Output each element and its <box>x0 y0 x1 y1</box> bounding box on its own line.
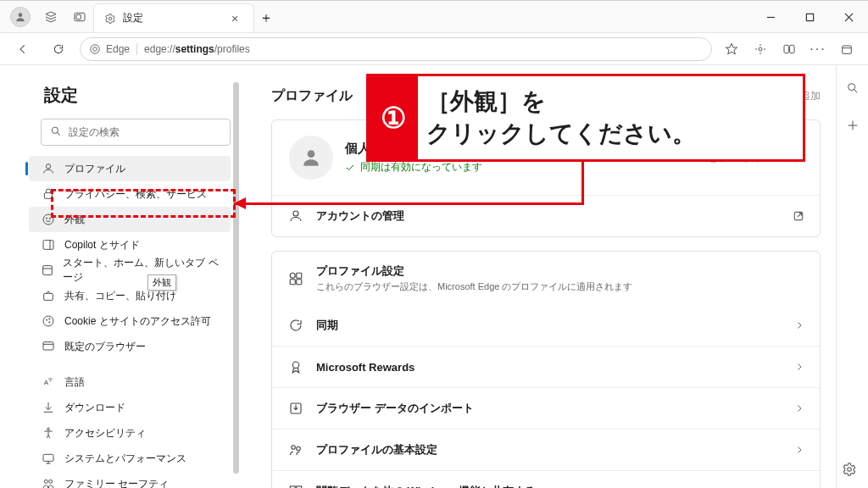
svg-rect-27 <box>44 293 53 300</box>
svg-point-9 <box>93 47 97 51</box>
search-placeholder: 設定の検索 <box>69 125 120 140</box>
svg-rect-52 <box>290 279 295 284</box>
sidebar-item-family[interactable]: ファミリー セーフティ <box>29 471 231 488</box>
svg-point-54 <box>292 362 299 369</box>
more-button[interactable]: ··· <box>805 37 831 61</box>
settings-row-windows[interactable]: 閲覧データを他の Windows 機能と共有する <box>272 470 820 488</box>
svg-rect-5 <box>806 14 813 20</box>
sidebar-item-label: システムとパフォーマンス <box>64 452 186 466</box>
search-icon <box>50 125 62 140</box>
svg-rect-23 <box>43 241 53 250</box>
side-strip <box>836 65 868 488</box>
sidebar-item-accessibility[interactable]: アクセシビリティ <box>29 420 231 446</box>
sidebar-item-appearance[interactable]: 外観 <box>29 207 231 232</box>
svg-point-57 <box>292 446 296 450</box>
annotation-connector-vertical <box>581 162 584 205</box>
svg-point-67 <box>848 468 852 472</box>
svg-point-48 <box>293 211 298 216</box>
svg-rect-53 <box>297 279 302 284</box>
svg-point-30 <box>49 322 50 323</box>
maximize-button[interactable] <box>790 1 829 33</box>
sidebar-item-label: 言語 <box>64 375 85 390</box>
svg-point-28 <box>43 316 53 326</box>
minimize-button[interactable] <box>751 1 790 33</box>
browser-tab-settings[interactable]: 設定 × <box>93 3 254 32</box>
url-field[interactable]: Edge edge://settings/profiles <box>80 37 712 61</box>
settings-row-sync[interactable]: 同期 <box>272 305 820 346</box>
sidebar-item-home[interactable]: スタート、ホーム、新しいタブ ページ <box>29 258 231 283</box>
sidebar-item-share[interactable]: 共有、コピー、貼り付け <box>29 283 231 308</box>
svg-rect-14 <box>843 46 852 53</box>
svg-point-47 <box>308 150 315 158</box>
split-screen-button[interactable] <box>776 37 802 61</box>
svg-text:字: 字 <box>48 377 53 382</box>
sidebar-search-icon[interactable] <box>842 77 864 99</box>
sidebar-icon <box>41 237 56 252</box>
svg-line-64 <box>854 90 857 93</box>
svg-point-0 <box>19 13 23 17</box>
account-icon <box>287 208 304 225</box>
svg-marker-10 <box>726 43 737 54</box>
sidebar-item-sidebar[interactable]: Copilot とサイド <box>29 232 231 258</box>
sidebar-item-lock[interactable]: プライバシー、検索、サービス <box>29 181 231 207</box>
tab-actions-icon[interactable] <box>71 8 88 25</box>
profile-settings-header: プロファイル設定 これらのブラウザー設定は、Microsoft Edge のプロ… <box>272 252 820 305</box>
settings-row-import[interactable]: ブラウザー データのインポート <box>272 387 820 429</box>
svg-rect-50 <box>290 273 295 278</box>
svg-point-22 <box>49 218 50 219</box>
extensions-button[interactable] <box>748 37 773 61</box>
svg-point-3 <box>108 17 112 20</box>
chevron-right-icon <box>794 403 804 413</box>
svg-point-18 <box>46 164 50 169</box>
cookie-icon <box>41 313 56 329</box>
lock-icon <box>41 186 56 202</box>
sidebar-item-cookie[interactable]: Cookie とサイトのアクセス許可 <box>29 308 231 334</box>
settings-search[interactable]: 設定の検索 <box>41 119 231 146</box>
workspaces-icon[interactable] <box>42 8 59 25</box>
svg-point-11 <box>759 47 762 51</box>
annotation-text: ［外観］をクリックしてください。 <box>418 76 803 159</box>
sidebar-item-label: 共有、コピー、貼り付け <box>64 289 176 303</box>
close-window-button[interactable] <box>829 1 868 33</box>
new-tab-button[interactable]: ＋ <box>254 3 278 32</box>
svg-point-38 <box>47 428 50 430</box>
language-icon: A字 <box>41 374 56 390</box>
sidebar: 設定 設定の検索 プロファイルプライバシー、検索、サービス外観Copilot と… <box>0 65 237 488</box>
url-text: edge://settings/profiles <box>144 43 250 55</box>
annotation-step-badge: ① <box>369 76 418 159</box>
page-title: プロファイル <box>271 87 353 105</box>
collections-button[interactable] <box>834 37 860 61</box>
account-manage-row[interactable]: アカウントの管理 <box>272 195 820 236</box>
sidebar-add-icon[interactable] <box>842 114 864 136</box>
back-button[interactable] <box>8 37 37 61</box>
site-identity[interactable]: Edge <box>89 43 137 55</box>
svg-rect-32 <box>43 342 53 350</box>
system-icon <box>41 451 56 466</box>
sidebar-item-language[interactable]: A字言語 <box>29 369 231 395</box>
profile-settings-section: プロファイル設定 これらのブラウザー設定は、Microsoft Edge のプロ… <box>271 251 821 488</box>
favorite-button[interactable] <box>719 37 744 61</box>
profile-icon <box>41 161 56 176</box>
sidebar-item-system[interactable]: システムとパフォーマンス <box>29 446 231 471</box>
svg-point-21 <box>46 218 47 219</box>
home-icon <box>41 263 54 278</box>
chevron-right-icon <box>794 362 804 372</box>
import-icon <box>287 400 304 417</box>
annotation-connector-horizontal <box>234 202 583 205</box>
svg-rect-51 <box>297 273 302 278</box>
profile-settings-icon <box>287 270 304 287</box>
chevron-right-icon <box>794 445 804 455</box>
settings-row-rewards[interactable]: Microsoft Rewards <box>272 346 820 387</box>
refresh-button[interactable] <box>44 37 73 61</box>
sidebar-settings-gear[interactable] <box>842 462 857 480</box>
basic-icon <box>287 441 304 458</box>
close-tab-button[interactable]: × <box>226 10 243 27</box>
profile-avatar-button[interactable] <box>10 7 31 27</box>
sidebar-item-download[interactable]: ダウンロード <box>29 395 231 420</box>
sidebar-item-browser[interactable]: 既定のブラウザー <box>29 334 231 359</box>
settings-title: 設定 <box>44 84 231 107</box>
sidebar-item-profile[interactable]: プロファイル <box>29 156 231 181</box>
tooltip: 外観 <box>147 274 176 291</box>
settings-row-basic[interactable]: プロファイルの基本設定 <box>272 429 820 470</box>
svg-point-8 <box>91 44 100 53</box>
